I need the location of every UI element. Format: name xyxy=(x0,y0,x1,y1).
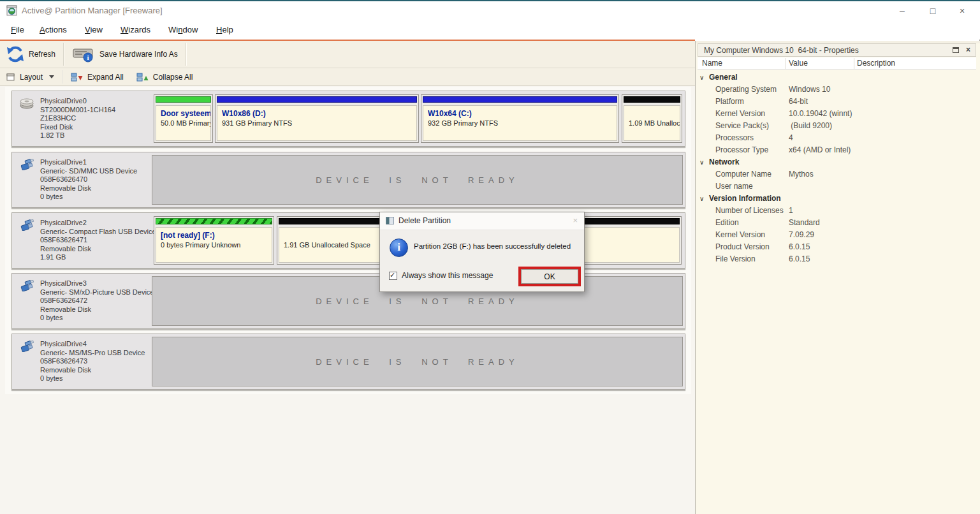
column-header-name[interactable]: Name xyxy=(702,59,722,68)
column-header-value[interactable]: Value xyxy=(789,59,808,68)
usb-device-icon xyxy=(20,341,36,352)
device-not-ready-text: DEVICE IS NOT READY xyxy=(316,357,519,367)
property-row[interactable]: Kernel Version 7.09.29 xyxy=(698,229,976,241)
usb-device-icon xyxy=(20,280,36,291)
property-row[interactable]: Number of Licenses 1 xyxy=(698,205,976,217)
menu-actions[interactable]: Actions xyxy=(37,20,69,40)
partition-box-unallocated[interactable]: 1.09 MB Unalloc xyxy=(622,94,682,143)
toolbar-separator xyxy=(62,70,63,84)
drive-size: 1.82 TB xyxy=(40,131,115,140)
drive-name: PhysicalDrive0 xyxy=(40,97,115,106)
drive-model: Generic- SM/xD-Picture USB Device xyxy=(40,288,154,297)
layout-dropdown-button[interactable]: Layout xyxy=(0,68,61,85)
dialog-title: Delete Partition xyxy=(399,216,451,225)
property-row[interactable]: Processors 4 xyxy=(698,132,976,144)
drive-serial: 058F63626473 xyxy=(40,357,145,366)
menu-view[interactable]: View xyxy=(82,20,105,40)
partition-title: W10x86 (D:) xyxy=(222,109,412,119)
menu-help[interactable]: Help xyxy=(214,20,236,40)
panel-close-icon[interactable]: × xyxy=(966,45,970,54)
partition-detail: 931 GB Primary NTFS xyxy=(222,119,412,127)
collapse-all-button[interactable]: Collapse All xyxy=(130,68,200,85)
delete-partition-dialog: Delete Partition × Partition 2GB (F:) ha… xyxy=(379,212,585,292)
property-section-general[interactable]: ∨ General xyxy=(698,71,976,84)
always-show-label: Always show this message xyxy=(402,271,493,280)
drive-row-physicaldrive1[interactable]: PhysicalDrive1 Generic- SD/MMC USB Devic… xyxy=(11,152,685,208)
menu-wizards[interactable]: Wizards xyxy=(118,20,153,40)
property-row[interactable]: Platform 64-bit xyxy=(698,96,976,108)
always-show-checkbox[interactable] xyxy=(389,272,397,280)
drive-size: 0 bytes xyxy=(40,374,145,383)
usb-device-icon xyxy=(20,219,36,231)
drive-name: PhysicalDrive2 xyxy=(40,219,156,228)
property-row[interactable]: Service Pack(s) (Build 9200) xyxy=(698,120,976,132)
drive-type: Removable Disk xyxy=(40,184,137,193)
toolbar-separator xyxy=(186,43,187,66)
usb-device-icon xyxy=(20,159,36,170)
float-window-icon[interactable] xyxy=(953,47,959,53)
svg-text:i: i xyxy=(87,54,89,61)
refresh-button[interactable]: Refresh xyxy=(0,41,62,68)
drive-type: Removable Disk xyxy=(40,305,154,314)
drive-serial: 058F63626472 xyxy=(40,297,154,305)
column-header-description[interactable]: Description xyxy=(857,59,895,68)
menu-file[interactable]: File xyxy=(8,20,27,40)
partition-usage-bar xyxy=(217,96,417,103)
property-row[interactable]: Edition Standard xyxy=(698,217,976,229)
property-row[interactable]: Kernel Version 10.0.19042 (winnt) xyxy=(698,108,976,120)
hard-disk-icon xyxy=(20,98,36,109)
save-hardware-info-button[interactable]: i Save Hardware Info As xyxy=(66,41,184,68)
property-section-network[interactable]: ∨ Network xyxy=(698,156,976,168)
layout-toolbar: Layout Expand All Collapse All xyxy=(0,68,695,86)
partition-usage-bar xyxy=(156,96,211,103)
property-row[interactable]: Operating System Windows 10 xyxy=(698,84,976,96)
property-row[interactable]: File Version 6.0.15 xyxy=(698,253,976,265)
property-row[interactable]: Computer Name Mythos xyxy=(698,168,976,180)
drive-type: Fixed Disk xyxy=(40,123,115,132)
chevron-down-icon[interactable]: ∨ xyxy=(699,156,704,168)
property-row[interactable]: Product Version 6.0.15 xyxy=(698,241,976,253)
app-icon xyxy=(6,5,17,16)
device-not-ready-text: DEVICE IS NOT READY xyxy=(316,175,519,185)
chevron-down-icon[interactable]: ∨ xyxy=(699,193,704,205)
ok-button-highlight: OK xyxy=(518,267,581,286)
column-separator[interactable] xyxy=(854,58,854,69)
expand-all-button[interactable]: Expand All xyxy=(64,68,130,85)
property-row[interactable]: User name xyxy=(698,180,976,193)
drive-serial: Z1E83HCC xyxy=(40,114,115,123)
drive-row-physicaldrive0[interactable]: PhysicalDrive0 ST2000DM001-1CH164 Z1E83H… xyxy=(11,91,685,147)
close-button[interactable]: × xyxy=(948,1,976,20)
property-section-version-information[interactable]: ∨ Version Information xyxy=(698,193,976,205)
properties-rows: ∨ General Operating System Windows 10 Pl… xyxy=(698,71,976,265)
dialog-close-icon[interactable]: × xyxy=(573,216,578,225)
drive-size: 0 bytes xyxy=(40,314,154,323)
maximize-button[interactable]: □ xyxy=(919,1,947,20)
menu-window[interactable]: Window xyxy=(166,20,200,40)
device-not-ready-area: DEVICE IS NOT READY xyxy=(152,155,683,205)
chevron-down-icon[interactable]: ∨ xyxy=(699,71,704,84)
drive-size: 0 bytes xyxy=(40,193,137,202)
drive-list-area: PhysicalDrive0 ST2000DM001-1CH164 Z1E83H… xyxy=(0,86,695,514)
dialog-app-icon xyxy=(386,217,394,224)
partition-box-door-systeem[interactable]: Door systeem ( 50.0 MB Primary xyxy=(154,94,213,143)
partition-box-not-ready-f[interactable]: [not ready] (F:) 0 bytes Primary Unknown xyxy=(154,216,274,265)
partition-usage-bar xyxy=(423,96,617,103)
drive-row-physicaldrive4[interactable]: PhysicalDrive4 Generic- MS/MS-Pro USB De… xyxy=(11,334,685,390)
refresh-icon xyxy=(6,45,24,63)
property-row[interactable]: Processor Type x64 (AMD or Intel) xyxy=(698,144,976,156)
expand-all-label: Expand All xyxy=(87,73,124,82)
partition-detail: 932 GB Primary NTFS xyxy=(428,119,612,127)
column-separator[interactable] xyxy=(786,58,786,69)
properties-column-headers: Name Value Description xyxy=(698,57,976,70)
ok-button[interactable]: OK xyxy=(521,269,578,284)
drive-serial: 058F63626470 xyxy=(40,175,137,184)
partition-box-w10x86[interactable]: W10x86 (D:) 931 GB Primary NTFS xyxy=(215,94,419,143)
minimize-button[interactable]: – xyxy=(888,1,916,20)
dialog-title-bar[interactable]: Delete Partition × xyxy=(380,212,584,230)
expand-all-icon xyxy=(71,72,83,82)
partition-usage-bar xyxy=(624,96,680,103)
partition-box-w10x64[interactable]: W10x64 (C:) 932 GB Primary NTFS xyxy=(421,94,619,143)
save-hardware-label: Save Hardware Info As xyxy=(99,50,178,59)
drive-model: Generic- MS/MS-Pro USB Device xyxy=(40,349,145,358)
partition-title: W10x64 (C:) xyxy=(428,109,612,119)
